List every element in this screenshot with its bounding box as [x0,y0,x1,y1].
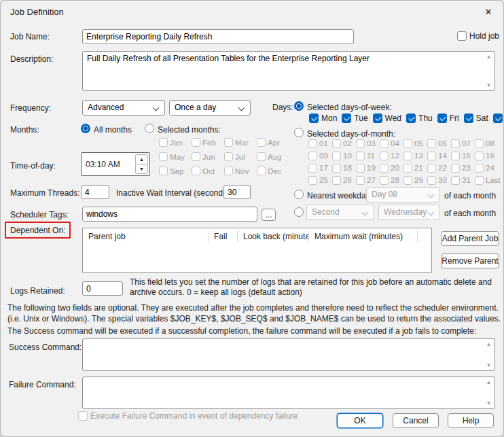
frequency-interval-dropdown[interactable]: Once a day [169,100,251,116]
checkbox-box [332,164,341,173]
failure-command-textarea[interactable]: ▲ ▼ [82,377,495,409]
browse-tags-button[interactable]: ... [262,209,276,221]
month-jul-checkbox: Jul [224,150,257,164]
time-of-day-spinner[interactable]: 03:10 AM ▲ ▼ [81,152,150,176]
month-mar-checkbox: Mar [224,135,257,150]
months-label: Months: [10,125,39,135]
weekday-wed-checkbox[interactable]: Wed [373,113,401,123]
ordinal-dropdown[interactable]: Second [306,205,374,220]
weekday-fri-checkbox[interactable]: Fri [437,113,459,123]
dom-01-checkbox: 01 [308,137,332,150]
scroll-down-icon[interactable]: ▼ [484,362,494,368]
nearest-weekdays-radio[interactable] [294,190,304,199]
checkbox-label: 08 [486,139,494,147]
checkbox-box [403,139,412,148]
checkbox-box [192,152,200,161]
scroll-down-icon[interactable]: ▼ [484,400,494,406]
scroll-down-icon[interactable]: ▼ [484,82,494,88]
all-months-radio[interactable] [81,124,90,133]
remove-parent-button[interactable]: Remove Parent [441,254,499,268]
day-of-month-checkbox-grid: 0102030405060708091011121314151617181920… [308,137,499,186]
ordinal-weekday-value: Wednesday [384,207,427,217]
checkbox-box [427,176,436,185]
logs-retained-label: Logs Retained: [10,286,65,296]
success-command-scrollbar[interactable]: ▲ ▼ [484,340,494,370]
inactive-wait-input[interactable] [223,185,251,199]
checkbox-label: 24 [486,164,494,172]
weekday-tue-checkbox[interactable]: Tue [342,113,367,123]
hold-job-checkbox-box[interactable] [457,31,467,41]
job-name-input[interactable] [82,29,354,44]
execute-failure-checkbox: Execute Failure Command in event of depe… [78,411,298,421]
checkbox-label: 23 [462,164,471,172]
description-scrollbar[interactable]: ▲ ▼ [484,52,494,90]
scroll-up-icon[interactable]: ▲ [484,341,494,347]
description-text: Full Daily Refresh of all Presentation T… [87,54,481,63]
nearest-day-dropdown[interactable]: Day 08 [366,187,440,203]
checkbox-label: 15 [462,152,471,160]
selected-months-radio[interactable] [145,124,154,133]
spinner-up-button[interactable]: ▲ [135,154,148,164]
ok-button[interactable]: OK [337,413,383,428]
checkbox-box [427,152,436,160]
checkbox-box[interactable] [493,113,503,123]
checkbox-label: Fri [450,113,459,123]
dom-07-checkbox: 07 [451,137,475,150]
checkbox-box [224,152,233,161]
checkbox-box[interactable] [406,113,416,123]
time-of-day-label: Time-of-day: [10,161,56,171]
days-label: Days: [272,103,293,112]
checkbox-box[interactable] [309,113,319,123]
checkbox-box[interactable] [342,113,351,123]
description-textarea[interactable]: Full Daily Refresh of all Presentation T… [82,51,495,91]
dependent-on-label: Dependent On: [10,226,65,235]
column-header[interactable]: Look back (minutes) [238,230,309,242]
weekday-mon-checkbox[interactable]: Mon [309,113,337,123]
checkbox-label: 26 [343,176,352,184]
dom-30-checkbox: 30 [427,174,451,186]
optional-fields-note: The following two fields are optional. T… [7,302,501,324]
column-header[interactable]: Maximum wait (minutes) [309,230,418,242]
column-header[interactable]: Fail [209,230,238,242]
checkbox-label: Tue [354,113,367,123]
checkbox-box[interactable] [464,113,473,123]
hold-job-checkbox[interactable]: Hold job [457,31,499,41]
success-command-textarea[interactable]: ▲ ▼ [82,338,495,371]
close-icon[interactable]: ✕ [479,4,498,20]
parent-job-table[interactable]: Parent jobFailLook back (minutes)Maximum… [82,228,432,273]
maximum-threads-input[interactable] [81,185,109,199]
dom-10-checkbox: 10 [332,150,356,162]
logs-retained-input[interactable] [82,281,123,296]
job-definition-dialog: Job Definition ✕ Job Name: Hold job Desc… [0,0,504,437]
scheduler-tags-input[interactable] [82,207,257,222]
spinner-down-button[interactable]: ▼ [135,164,148,174]
checkbox-box [159,138,168,147]
add-parent-job-button[interactable]: Add Parent Job [441,231,499,246]
scroll-up-icon[interactable]: ▲ [484,54,494,60]
weekday-sat-checkbox[interactable]: Sat [464,113,488,123]
frequency-interval-value: Once a day [175,103,216,112]
weekday-thu-checkbox[interactable]: Thu [406,113,433,123]
failure-command-scrollbar[interactable]: ▲ ▼ [484,378,494,408]
column-header[interactable]: Parent job [83,230,209,242]
scroll-up-icon[interactable]: ▲ [484,379,494,385]
checkbox-label: Feb [202,139,216,147]
ordinal-weekday-radio[interactable] [294,207,304,217]
dom-23-checkbox: 23 [451,162,475,174]
checkbox-box[interactable] [437,113,447,123]
dom-06-checkbox: 06 [427,137,451,150]
checkbox-box[interactable] [373,113,382,123]
checkbox-label: 01 [319,139,328,147]
checkbox-label: 03 [367,139,376,147]
frequency-type-dropdown[interactable]: Advanced [82,100,165,116]
help-button[interactable]: Help [448,413,494,428]
weekday-sun-checkbox[interactable]: Sun [493,113,504,123]
dom-22-checkbox: 22 [427,162,451,174]
ordinal-weekday-dropdown[interactable]: Wednesday [378,205,440,220]
checkbox-box [451,152,460,160]
cancel-button[interactable]: Cancel [393,413,439,428]
days-of-month-radio[interactable] [294,128,304,137]
days-of-week-radio[interactable] [294,101,304,111]
month-jun-checkbox: Jun [192,150,224,164]
checkbox-label: 17 [319,164,328,172]
